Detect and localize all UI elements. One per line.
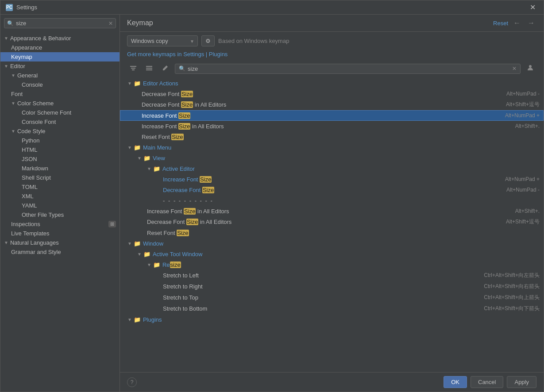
- kt-label-stretch-bottom: Stretch to Bottom: [163, 305, 480, 312]
- filter-search-input[interactable]: [188, 65, 512, 72]
- kt-resize[interactable]: ▼ 📁 Resize: [120, 259, 544, 270]
- kt-stretch-left[interactable]: Stretch to Left Ctrl+Alt+Shift+向左箭头: [120, 270, 544, 281]
- kt-shortcut-decrease-font-ae: Alt+NumPad -: [506, 187, 540, 193]
- keymap-plugins-link[interactable]: Get more keymaps in Settings | Plugins: [127, 51, 228, 58]
- reset-button[interactable]: Reset: [493, 20, 508, 27]
- kt-label-reset-font-ae: Reset Font Size: [147, 230, 536, 236]
- sidebar-item-live-templates[interactable]: Live Templates: [0, 229, 120, 238]
- main-content: 🔍 ✕ Appearance & Behavior Appearance Key…: [0, 15, 544, 392]
- kt-decrease-font-size[interactable]: Decrease Font Size Alt+NumPad -: [120, 88, 544, 99]
- kt-toggle-main-menu[interactable]: ▼: [127, 145, 132, 150]
- sidebar-item-toml[interactable]: TOML: [0, 182, 120, 192]
- kt-label-reset-font-size: Reset Font Size: [142, 134, 536, 140]
- sidebar-search-box[interactable]: 🔍 ✕: [4, 18, 116, 28]
- kt-reset-font-size[interactable]: Reset Font Size: [120, 131, 544, 142]
- kt-shortcut-stretch-left: Ctrl+Alt+Shift+向左箭头: [484, 272, 540, 279]
- filter-search-clear-icon[interactable]: ✕: [512, 65, 517, 72]
- filter-toolbar: 🔍 ✕: [120, 61, 544, 78]
- sidebar-item-appearance-behavior[interactable]: Appearance & Behavior: [0, 34, 120, 43]
- sidebar-item-keymap[interactable]: Keymap: [0, 52, 120, 61]
- kt-toggle-active-editor[interactable]: ▼: [147, 166, 151, 171]
- sidebar: 🔍 ✕ Appearance & Behavior Appearance Key…: [0, 15, 120, 392]
- kt-increase-font-ae[interactable]: Increase Font Size Alt+NumPad +: [120, 174, 544, 184]
- search-clear-icon[interactable]: ✕: [108, 20, 113, 27]
- kt-stretch-bottom[interactable]: Stretch to Bottom Ctrl+Alt+Shift+向下箭头: [120, 303, 544, 314]
- sidebar-search-input[interactable]: [16, 20, 108, 27]
- kt-view[interactable]: ▼ 📁 View: [120, 153, 544, 163]
- sidebar-item-html[interactable]: HTML: [0, 145, 120, 154]
- person-icon-button[interactable]: [524, 63, 536, 74]
- kt-active-editor[interactable]: ▼ 📁 Active Editor: [120, 163, 544, 174]
- sidebar-item-inspections[interactable]: Inspections ⊞: [0, 219, 120, 229]
- kt-stretch-right[interactable]: Stretch to Right Ctrl+Alt+Shift+向右箭头: [120, 281, 544, 292]
- kt-toggle-editor-actions[interactable]: ▼: [127, 81, 132, 86]
- kt-shortcut-stretch-bottom: Ctrl+Alt+Shift+向下箭头: [484, 305, 540, 312]
- kt-toggle-view[interactable]: ▼: [137, 156, 142, 161]
- folder-ae-icon: 📁: [153, 165, 160, 172]
- filter-btn-1[interactable]: [127, 63, 139, 74]
- back-button[interactable]: ←: [512, 18, 522, 28]
- kt-stretch-top[interactable]: Stretch to Top Ctrl+Alt+Shift+向上箭头: [120, 292, 544, 303]
- sidebar-item-color-scheme[interactable]: Color Scheme: [0, 99, 120, 108]
- folder-main-menu-icon: 📁: [134, 144, 141, 151]
- filter-btn-3[interactable]: [159, 63, 171, 74]
- sidebar-item-json[interactable]: JSON: [0, 154, 120, 164]
- sidebar-item-editor[interactable]: Editor: [0, 61, 120, 71]
- kt-editor-actions[interactable]: ▼ 📁 Editor Actions: [120, 78, 544, 88]
- sidebar-item-code-style[interactable]: Code Style: [0, 127, 120, 136]
- kt-shortcut-decrease-font-all-ae: Alt+Shift+逗号: [506, 218, 540, 226]
- cancel-button[interactable]: Cancel: [471, 376, 503, 388]
- sidebar-item-other-file-types[interactable]: Other File Types: [0, 210, 120, 219]
- sidebar-item-python[interactable]: Python: [0, 136, 120, 145]
- keymap-gear-button[interactable]: ⚙: [201, 35, 215, 46]
- sidebar-item-shell-script[interactable]: Shell Script: [0, 173, 120, 182]
- sidebar-item-color-scheme-font[interactable]: Color Scheme Font: [0, 108, 120, 117]
- kt-label-increase-font-all-ae: Increase Font Size in All Editors: [147, 208, 512, 215]
- svg-rect-5: [146, 69, 152, 70]
- sidebar-item-yaml[interactable]: YAML: [0, 201, 120, 210]
- sidebar-item-console[interactable]: Console: [0, 80, 120, 89]
- keymap-select-wrapper: Windows copy ▼: [127, 35, 198, 46]
- kt-shortcut-increase-font-size-all: Alt+Shift+.: [515, 123, 540, 129]
- kt-toggle-plugins[interactable]: ▼: [127, 317, 132, 322]
- kt-label-increase-font-ae: Increase Font Size: [163, 176, 502, 183]
- kt-toggle-window[interactable]: ▼: [127, 241, 132, 246]
- kt-toggle-resize[interactable]: ▼: [147, 262, 151, 267]
- kt-plugins[interactable]: ▼ 📁 Plugins: [120, 314, 544, 325]
- kt-reset-font-ae[interactable]: Reset Font Size: [120, 227, 544, 238]
- folder-atw-icon: 📁: [143, 251, 150, 257]
- folder-resize-icon: 📁: [153, 261, 160, 268]
- kt-increase-font-size[interactable]: Increase Font Size Alt+NumPad +: [120, 110, 544, 121]
- svg-rect-1: [131, 68, 135, 69]
- kt-label-increase-font-size-all: Increase Font Size in All Editors: [142, 123, 512, 130]
- sidebar-item-natural-languages[interactable]: Natural Languages: [0, 238, 120, 247]
- sidebar-item-markdown[interactable]: Markdown: [0, 164, 120, 173]
- sidebar-item-general[interactable]: General: [0, 71, 120, 80]
- sidebar-item-font[interactable]: Font: [0, 89, 120, 99]
- kt-decrease-font-ae[interactable]: Decrease Font Size Alt+NumPad -: [120, 184, 544, 195]
- kt-decrease-font-size-all[interactable]: Decrease Font Size in All Editors Alt+Sh…: [120, 99, 544, 110]
- keymap-select[interactable]: Windows copy: [127, 35, 198, 46]
- kt-increase-font-size-all[interactable]: Increase Font Size in All Editors Alt+Sh…: [120, 121, 544, 131]
- ok-button[interactable]: OK: [444, 376, 467, 388]
- help-button[interactable]: ?: [127, 377, 137, 387]
- kt-active-tool-window[interactable]: ▼ 📁 Active Tool Window: [120, 249, 544, 259]
- kt-toggle-active-tool-window[interactable]: ▼: [137, 252, 142, 257]
- svg-rect-3: [146, 66, 152, 67]
- kt-label-editor-actions: Editor Actions: [143, 80, 540, 87]
- kt-decrease-font-all-ae[interactable]: Decrease Font Size in All Editors Alt+Sh…: [120, 216, 544, 227]
- kt-label-stretch-right: Stretch to Right: [163, 283, 480, 290]
- close-button[interactable]: ✕: [527, 2, 538, 12]
- sidebar-item-xml[interactable]: XML: [0, 192, 120, 201]
- forward-button[interactable]: →: [526, 18, 536, 28]
- kt-increase-font-all-ae[interactable]: Increase Font Size in All Editors Alt+Sh…: [120, 206, 544, 216]
- app-icon: PC: [6, 4, 13, 11]
- sidebar-item-console-font[interactable]: Console Font: [0, 117, 120, 127]
- filter-btn-2[interactable]: [143, 63, 155, 74]
- kt-label-active-tool-window: Active Tool Window: [153, 251, 540, 257]
- kt-main-menu[interactable]: ▼ 📁 Main Menu: [120, 142, 544, 153]
- sidebar-item-appearance[interactable]: Appearance: [0, 43, 120, 52]
- sidebar-item-grammar-style[interactable]: Grammar and Style: [0, 247, 120, 257]
- apply-button[interactable]: Apply: [507, 376, 536, 388]
- kt-window[interactable]: ▼ 📁 Window: [120, 238, 544, 249]
